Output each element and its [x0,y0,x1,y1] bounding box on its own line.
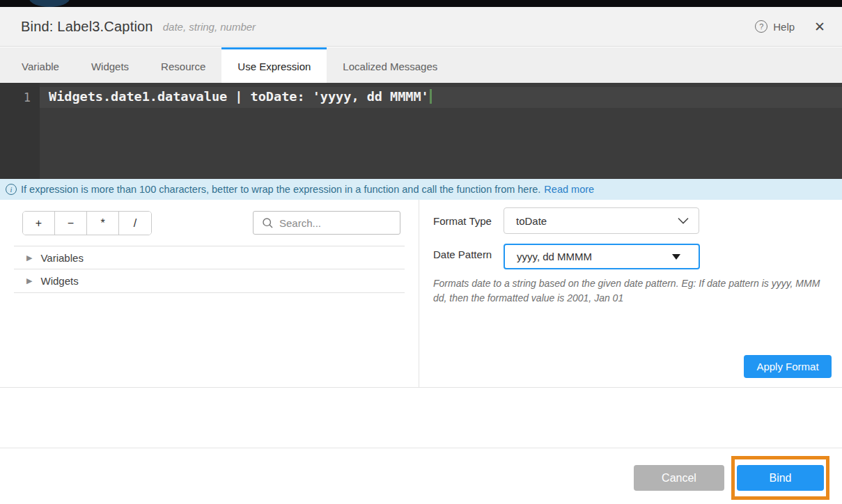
tree-node-label: Widgets [40,275,78,287]
date-pattern-value: yyyy, dd MMMM [517,251,592,262]
chevron-right-icon: ▶ [26,253,32,262]
tab-bar: Variable Widgets Resource Use Expression… [0,47,842,83]
dialog-subtitle: date, string, number [163,21,256,33]
operator-button-group: + − * / [22,211,152,235]
apply-format-button[interactable]: Apply Format [744,355,832,378]
text-cursor [430,89,432,104]
tree-node-widgets[interactable]: ▶ Widgets [14,269,405,293]
dialog-body: + − * / ▶ Variables ▶ Widgets Format Typ… [0,200,842,388]
help-button[interactable]: ? Help [755,20,795,33]
dialog-header: Bind: Label3.Caption date, string, numbe… [0,7,842,47]
dialog-title: Bind: Label3.Caption [21,19,153,35]
operator-divide-button[interactable]: / [119,212,151,235]
expression-code-editor[interactable]: 1 Widgets.date1.datavalue | toDate: 'yyy… [0,83,842,179]
info-message: If expression is more than 100 character… [21,184,540,195]
search-input[interactable] [279,217,384,229]
line-number: 1 [0,90,31,104]
bind-button[interactable]: Bind [737,465,824,491]
bind-source-tree: ▶ Variables ▶ Widgets [14,246,405,293]
operator-plus-button[interactable]: + [23,212,55,235]
operator-minus-button[interactable]: − [55,212,87,235]
cancel-button[interactable]: Cancel [634,465,724,491]
format-type-value: toDate [516,215,547,227]
bind-dialog: Bind: Label3.Caption date, string, numbe… [0,0,842,504]
help-label: Help [773,21,795,33]
chevron-down-icon [678,217,689,224]
tab-widgets[interactable]: Widgets [75,47,145,83]
browser-top-strip [0,0,842,7]
tab-use-expression[interactable]: Use Expression [221,47,327,83]
background-logo-fragment [29,0,70,7]
tree-node-variables[interactable]: ▶ Variables [14,246,405,269]
expression-text[interactable]: Widgets.date1.datavalue | toDate: 'yyyy,… [49,89,432,104]
operator-multiply-button[interactable]: * [87,212,119,235]
date-pattern-select[interactable]: yyyy, dd MMMM [504,244,700,269]
read-more-link[interactable]: Read more [544,184,594,195]
tab-resource[interactable]: Resource [145,47,221,83]
close-icon[interactable]: ✕ [814,20,825,33]
search-icon [263,218,273,228]
tab-variable[interactable]: Variable [6,47,75,83]
date-pattern-label: Date Pattern [433,249,492,260]
dropdown-arrow-icon [672,254,680,260]
tree-node-label: Variables [40,252,83,264]
info-icon: i [6,184,17,195]
info-banner: i If expression is more than 100 charact… [0,179,842,200]
search-box[interactable] [253,211,400,235]
format-type-select[interactable]: toDate [504,207,699,234]
format-description: Formats date to a string based on the gi… [433,276,836,306]
footer-divider [0,448,842,448]
tab-localized-messages[interactable]: Localized Messages [327,47,453,83]
chevron-right-icon: ▶ [26,276,32,285]
panel-divider [419,200,419,387]
format-type-label: Format Type [433,215,492,227]
help-icon: ? [755,20,767,33]
